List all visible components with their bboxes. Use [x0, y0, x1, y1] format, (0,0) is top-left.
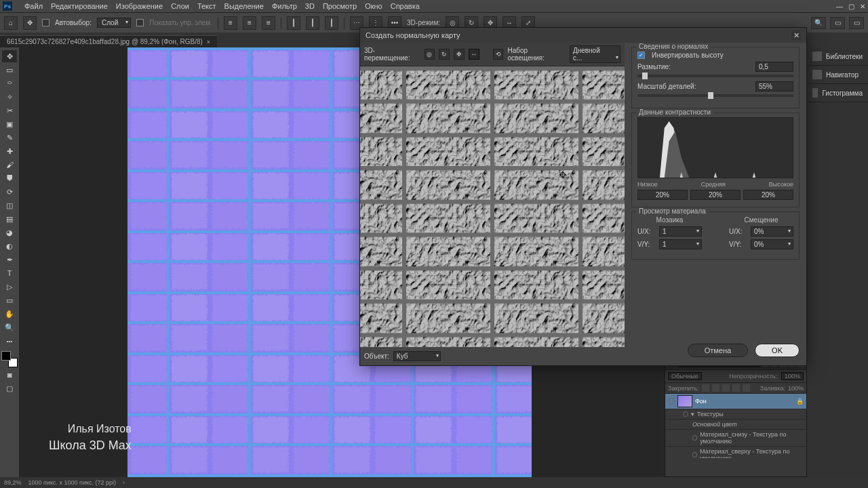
- text-tool[interactable]: T: [2, 267, 17, 279]
- document-tab[interactable]: 6615c29073c726827e409c1baffad28.jpg @ 89…: [0, 35, 217, 47]
- vy-mosaic-dropdown[interactable]: 1: [659, 239, 702, 249]
- color-swatches[interactable]: [1, 351, 18, 367]
- slide-3d-icon[interactable]: ↔: [469, 49, 479, 60]
- move-tool-icon[interactable]: ✥: [23, 16, 37, 30]
- heal-tool[interactable]: ✚: [2, 145, 17, 157]
- align-left-icon[interactable]: ≡: [224, 16, 237, 30]
- maximize-icon[interactable]: ▢: [848, 3, 854, 10]
- ux-offset-dropdown[interactable]: 0%: [751, 226, 793, 237]
- autoselect-checkbox[interactable]: [42, 19, 50, 26]
- blur-value[interactable]: 0,5: [755, 62, 793, 72]
- menu-window[interactable]: Окно: [365, 2, 382, 10]
- history-brush-tool[interactable]: ⟳: [2, 186, 17, 198]
- eyedropper-tool[interactable]: ✎: [2, 131, 17, 144]
- contrast-mid-value[interactable]: 20%: [690, 190, 741, 200]
- layer-sub-title[interactable]: Основной цвет: [665, 420, 806, 430]
- quick-mask-tool[interactable]: ◙: [2, 369, 17, 381]
- preview-3d[interactable]: [360, 66, 625, 347]
- histogram[interactable]: [637, 117, 793, 178]
- minimize-icon[interactable]: —: [836, 3, 843, 10]
- visibility-toggle[interactable]: [683, 411, 688, 417]
- wand-tool[interactable]: ✧: [2, 91, 17, 103]
- menu-help[interactable]: Справка: [391, 2, 420, 10]
- crop-tool[interactable]: ✂: [2, 104, 17, 117]
- lock-pixels-icon[interactable]: [712, 384, 719, 392]
- blur-tool[interactable]: ◕: [2, 226, 17, 239]
- fill-value[interactable]: 100%: [788, 385, 804, 392]
- visibility-toggle[interactable]: [692, 452, 697, 458]
- contrast-high-value[interactable]: 20%: [743, 190, 793, 200]
- hand-tool[interactable]: ✋: [2, 308, 17, 320]
- menu-file[interactable]: Файл: [24, 2, 43, 10]
- doc-info-arrow-icon[interactable]: ›: [123, 479, 125, 486]
- arrange-icon[interactable]: ▭: [830, 17, 845, 29]
- shape-tool[interactable]: ▭: [2, 294, 17, 306]
- lock-all-icon[interactable]: [743, 384, 750, 392]
- menu-image[interactable]: Изображение: [116, 2, 163, 10]
- show-transform-checkbox[interactable]: [136, 19, 144, 26]
- dialog-close-icon[interactable]: ✕: [791, 30, 801, 40]
- frame-tool[interactable]: ▣: [2, 118, 17, 130]
- align-vcenter-icon[interactable]: ┃: [306, 16, 319, 30]
- menu-filter[interactable]: Фильтр: [272, 2, 297, 10]
- dialog-titlebar[interactable]: Создать нормальную карту ✕: [360, 28, 806, 43]
- menu-edit[interactable]: Редактирование: [51, 2, 108, 10]
- autoselect-dropdown[interactable]: Слой: [97, 18, 131, 28]
- lock-trans-icon[interactable]: [702, 384, 709, 392]
- detail-value[interactable]: 55%: [755, 81, 793, 92]
- dodge-tool[interactable]: ◐: [2, 240, 17, 252]
- move-tool[interactable]: ✥: [2, 50, 17, 62]
- blur-slider[interactable]: [637, 75, 793, 77]
- workspace-icon[interactable]: ▭: [849, 17, 864, 29]
- ux-mosaic-dropdown[interactable]: 1: [659, 226, 702, 237]
- contrast-low-value[interactable]: 20%: [637, 190, 688, 200]
- roll-3d-icon[interactable]: ↻: [439, 49, 450, 60]
- menu-view[interactable]: Просмотр: [323, 2, 357, 10]
- lock-nest-icon[interactable]: [732, 384, 740, 392]
- opacity-value[interactable]: 100%: [781, 372, 804, 380]
- menu-layers[interactable]: Слои: [171, 2, 189, 10]
- orbit-3d-icon[interactable]: ◎: [425, 49, 435, 60]
- layer-group-textures[interactable]: ▾ Текстуры: [665, 409, 806, 420]
- tab-close-icon[interactable]: ×: [207, 39, 210, 45]
- menu-text[interactable]: Текст: [197, 2, 216, 10]
- zoom-tool[interactable]: 🔍: [2, 321, 17, 333]
- visibility-toggle[interactable]: [668, 398, 675, 405]
- stamp-tool[interactable]: ⛊: [2, 172, 17, 184]
- vy-offset-dropdown[interactable]: 0%: [751, 239, 793, 249]
- detail-slider[interactable]: [637, 94, 793, 97]
- lock-pos-icon[interactable]: [722, 384, 730, 392]
- marquee-tool[interactable]: ▭: [2, 64, 17, 76]
- reset-icon[interactable]: ⟲: [493, 49, 504, 60]
- material-item[interactable]: Материал_сверху - Текстура по умолчанию: [665, 447, 806, 458]
- visibility-toggle[interactable]: [692, 435, 697, 441]
- object-dropdown[interactable]: Куб: [393, 351, 441, 361]
- path-tool[interactable]: ▷: [2, 281, 17, 293]
- panel-histogram[interactable]: Гистограмма: [807, 84, 868, 102]
- panel-navigator[interactable]: Навигатор: [807, 66, 868, 84]
- screen-mode-tool[interactable]: ▢: [2, 382, 17, 394]
- zoom-value[interactable]: 89,2%: [4, 479, 22, 486]
- layer-background[interactable]: Фон 🔒: [665, 394, 806, 409]
- ok-button[interactable]: OK: [755, 344, 800, 357]
- search-icon[interactable]: 🔍: [811, 17, 826, 29]
- gradient-tool[interactable]: ▤: [2, 213, 17, 225]
- close-icon[interactable]: ✕: [860, 3, 865, 10]
- panel-libraries[interactable]: Библиотеки: [807, 47, 868, 66]
- brush-tool[interactable]: 🖌: [2, 159, 17, 171]
- pan-3d-icon[interactable]: ✥: [454, 49, 465, 60]
- eraser-tool[interactable]: ◫: [2, 199, 17, 211]
- align-right-icon[interactable]: ≡: [262, 16, 275, 30]
- align-center-icon[interactable]: ≡: [243, 16, 256, 30]
- cancel-button[interactable]: Отмена: [688, 344, 748, 357]
- menu-3d[interactable]: 3D: [305, 2, 315, 10]
- pen-tool[interactable]: ✒: [2, 253, 17, 266]
- menu-select[interactable]: Выделение: [224, 2, 264, 10]
- home-icon[interactable]: ⌂: [4, 16, 18, 30]
- align-bottom-icon[interactable]: ┃: [325, 16, 338, 30]
- material-item[interactable]: Материал_снизу - Текстура по умолчанию: [665, 430, 806, 447]
- blend-mode-dropdown[interactable]: Обычные: [668, 372, 702, 380]
- invert-height-checkbox[interactable]: ✓: [637, 52, 645, 59]
- lightset-dropdown[interactable]: Дневной с...: [570, 45, 620, 63]
- align-top-icon[interactable]: ┃: [287, 16, 300, 30]
